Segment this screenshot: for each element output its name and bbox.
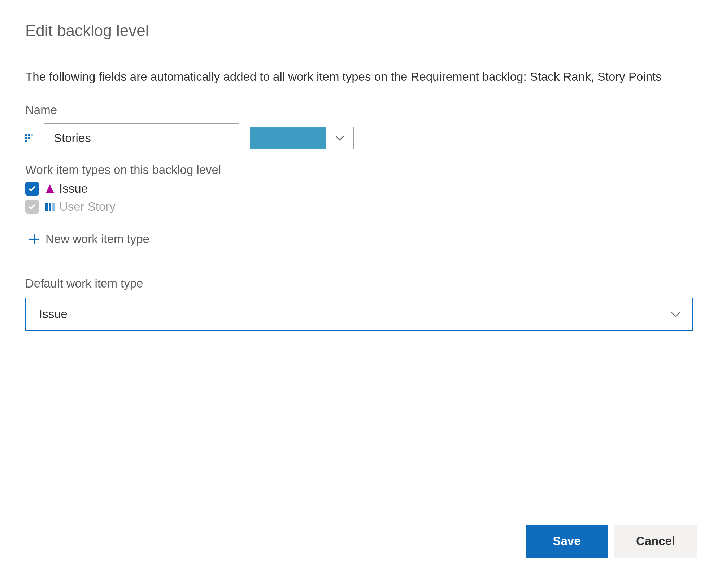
svg-rect-8 <box>49 203 51 211</box>
default-wit-section: Default work item type Issue <box>25 277 697 331</box>
checkmark-icon <box>29 204 36 210</box>
checkbox-user-story <box>25 200 39 214</box>
wit-item-label: Issue <box>59 182 88 196</box>
checkbox-issue[interactable] <box>25 182 39 196</box>
color-picker[interactable] <box>250 127 354 149</box>
new-wit-label: New work item type <box>45 232 149 246</box>
chevron-down-icon <box>670 311 682 317</box>
plus-icon <box>28 233 40 245</box>
wit-item-user-story: User Story <box>25 198 697 216</box>
backlog-level-icon <box>25 132 37 144</box>
wit-item-label: User Story <box>59 200 116 214</box>
cancel-button[interactable]: Cancel <box>614 525 697 558</box>
svg-rect-4 <box>28 137 30 139</box>
default-wit-value: Issue <box>39 307 68 321</box>
svg-rect-9 <box>52 203 55 211</box>
svg-rect-0 <box>25 134 27 136</box>
wit-item-issue[interactable]: Issue <box>25 180 697 198</box>
svg-rect-7 <box>45 203 48 211</box>
new-work-item-type-button[interactable]: New work item type <box>25 227 697 257</box>
name-field-label: Name <box>25 103 697 117</box>
dialog-title: Edit backlog level <box>25 22 697 40</box>
user-story-icon <box>44 201 56 212</box>
color-dropdown-button[interactable] <box>326 127 354 149</box>
checkmark-icon <box>29 186 36 192</box>
default-wit-label: Default work item type <box>25 277 697 290</box>
name-input[interactable] <box>44 123 239 153</box>
dialog-buttons: Save Cancel <box>526 525 697 558</box>
svg-rect-2 <box>31 134 33 136</box>
chevron-down-icon <box>335 136 344 141</box>
issue-icon <box>44 183 56 194</box>
default-wit-select[interactable]: Issue <box>25 298 693 331</box>
svg-rect-3 <box>25 137 27 139</box>
wit-list: Issue User Story <box>25 180 697 216</box>
save-button[interactable]: Save <box>526 525 608 558</box>
color-swatch <box>250 127 326 149</box>
name-row <box>25 123 697 153</box>
svg-rect-5 <box>25 140 27 142</box>
dialog-description: The following fields are automatically a… <box>25 69 697 85</box>
svg-rect-1 <box>28 134 30 136</box>
wit-section-label: Work item types on this backlog level <box>25 163 697 177</box>
svg-rect-6 <box>46 192 54 193</box>
